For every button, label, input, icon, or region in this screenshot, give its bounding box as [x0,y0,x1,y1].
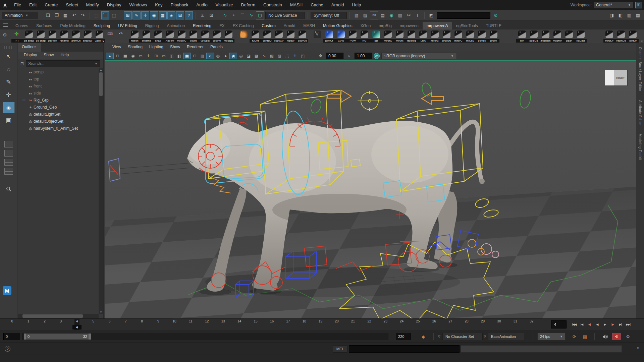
outliner-menu-item[interactable]: Help [58,52,71,59]
gamma-field[interactable]: 1.00 [355,53,372,59]
two-d-pan-zoom-icon[interactable]: ✛ [145,53,152,59]
toggle-outliner-icon[interactable]: ▦ [634,11,642,19]
redo-icon[interactable]: ↷ [79,11,87,19]
snap-to-grid-icon[interactable]: ⊞ [124,11,132,19]
viewport-menu-item[interactable]: Renderer [184,44,207,50]
construction-history-icon-4[interactable]: ∿ [247,11,255,19]
shelf-button[interactable]: LRA [417,29,429,43]
outliner-title[interactable]: Outliner [18,43,41,52]
snap-to-curves-icon[interactable]: ∿ [132,11,141,19]
menu-item[interactable]: Deform [237,0,259,10]
toggle-attribute-editor-icon[interactable]: ◧ [616,11,625,19]
menu-item[interactable]: Playback [167,0,193,10]
shelf-tab[interactable]: UV Editing [114,22,141,29]
shelf-tab[interactable]: MASH [299,22,319,29]
shelf-tab[interactable]: Rigging [141,22,163,29]
move-tool[interactable]: ✛ [3,89,14,101]
shelf-tab[interactable]: Poly Modeling [56,22,89,29]
shelf-button[interactable]: shareW [82,29,94,43]
character-set-dropdown[interactable]: ▽ No Character Set [438,333,483,340]
loop-playback-icon[interactable]: ⟳ [570,333,578,340]
shelf-button[interactable]: Add Inf [164,29,176,43]
range-slider-track[interactable]: 0 32 [22,333,388,340]
render-setup-icon[interactable]: ▥ [396,11,404,19]
anim-layer-dropdown[interactable]: ▽ BaseAnimation [484,333,524,340]
color-management-on-badge[interactable]: ON [374,53,380,59]
shelf-button[interactable]: furJnt [250,29,261,43]
workspace-dropdown[interactable]: General*▼ [594,2,633,8]
outliner-item[interactable]: front [18,82,99,89]
isolate-select-icon[interactable]: ◰ [299,53,307,59]
lasso-select-tool[interactable]: ◌ [3,64,14,75]
shelf-button[interactable]: copyCV [273,29,285,43]
shelf-tab[interactable]: Sculpting [90,22,114,29]
shelf-button[interactable]: polvec [476,29,488,43]
shaded-icon[interactable]: ● [222,53,229,59]
current-frame-field[interactable]: 4 [551,320,567,328]
play-backwards-button[interactable]: ◀ [593,320,601,329]
shelf-tab[interactable]: ngSkinTools [452,22,482,29]
camera-attributes-icon[interactable]: ▦ [121,53,129,59]
shelf-button[interactable]: centerJ [261,29,273,43]
shelf-button[interactable]: CVW [335,29,347,43]
shelf-button[interactable]: NG [359,29,370,43]
step-back-key-button[interactable]: ◀| [586,320,593,329]
animation-start-field[interactable]: 0 [3,333,20,340]
shelf-button[interactable] [312,29,323,43]
render-settings-icon[interactable]: ▤ [379,11,387,19]
viewport-menu-item[interactable]: View [109,44,124,50]
exposure-field[interactable]: 0.00 [326,53,343,59]
snap-align-icon[interactable]: ⊟ [176,11,184,19]
paint-select-tool[interactable]: ✎ [3,76,14,88]
rotate-tool[interactable]: ◈ [3,102,14,113]
resolution-gate-icon[interactable]: ◫ [168,53,175,59]
construction-history-icon-2[interactable]: ≈ [230,11,238,19]
wireframe-icon[interactable]: ◍ [214,53,222,59]
outliner-menu-item[interactable]: Show [41,52,56,59]
shelf-button[interactable]: count [187,29,199,43]
shelf-button[interactable]: musMir [551,29,563,43]
render-view-icon[interactable]: ▧ [353,11,361,19]
shelf-button[interactable]: pa-snap [23,29,35,43]
light-editor-icon[interactable]: ◉ [387,11,395,19]
mel-command-input[interactable] [349,345,460,353]
outliner-item[interactable]: side [18,89,99,97]
shelf-button[interactable]: mirorSl [429,29,441,43]
shelf-button[interactable]: LabelTy [94,29,105,43]
shadows-icon[interactable]: ◪ [245,53,253,59]
viewport-scene[interactable]: RIGHT [105,60,636,318]
shelf-button[interactable]: sel [370,29,382,43]
gear-icon[interactable]: ⚙ [3,32,7,38]
safe-action-icon[interactable]: ⊟ [191,53,199,59]
live-surface-icon[interactable]: ▢ [256,11,264,19]
shelf-button[interactable]: copyW [211,29,223,43]
snap-to-points-icon[interactable]: ✛ [141,11,149,19]
shelf-button[interactable]: breathe [141,29,152,43]
menu-item[interactable]: Help [348,0,365,10]
shelf-button[interactable] [105,29,117,43]
workspace-lock-icon[interactable]: ⚿ [635,2,642,8]
shelf-tab[interactable]: Motion Graphics [319,22,356,29]
auto-keyframe-icon[interactable]: ⟲ [612,333,621,340]
viewport-menu-item[interactable]: Show [167,44,183,50]
shelf-button[interactable]: animCh [70,29,82,43]
shelf-button[interactable]: lion [516,29,528,43]
lock-selection-icon[interactable]: ⚿ [199,11,207,19]
cut-icon[interactable]: ✂ [405,11,413,19]
shelf-tab[interactable]: TURTLE [482,22,505,29]
time-slider[interactable]: 0123456789101112131415161718192021222324… [0,318,644,330]
shelf-button[interactable]: mirorJr [603,29,615,43]
shelf-button[interactable]: rigData [575,29,587,43]
menu-item[interactable]: Key [151,0,166,10]
menu-item[interactable]: Modify [82,0,103,10]
shelf-tab[interactable]: mrpaweenA [423,22,452,29]
play-forwards-button[interactable]: ▶ [601,320,609,329]
sidebar-tab[interactable]: Modeling Toolkit [638,134,642,161]
menu-item[interactable]: Audio [192,0,211,10]
xray-joints-icon[interactable]: ✛ [291,53,299,59]
shelf-button[interactable]: mirJnt [394,29,406,43]
shelf-button[interactable]: poleGe [528,29,540,43]
shelf-tab[interactable]: FX [215,22,228,29]
construction-history-icon-3[interactable]: ⌒ [238,11,247,19]
fog-icon[interactable]: ▨ [276,53,283,59]
